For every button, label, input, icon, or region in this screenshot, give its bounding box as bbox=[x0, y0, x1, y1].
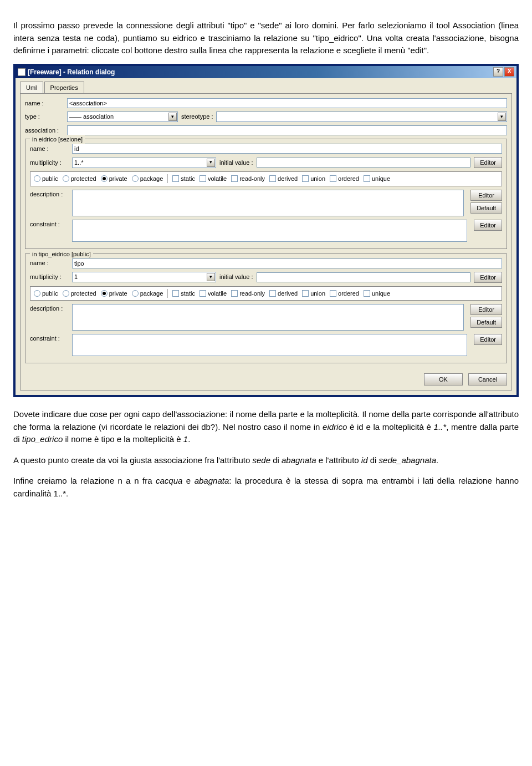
chk-ordered-b[interactable] bbox=[330, 290, 336, 297]
relation-dialog: [Freeware] - Relation dialog ? X Uml Pro… bbox=[13, 64, 519, 398]
ok-button[interactable]: OK bbox=[424, 373, 463, 385]
chevron-down-icon[interactable] bbox=[207, 159, 215, 167]
radio-package-a[interactable] bbox=[132, 175, 139, 182]
label-constraint-b: constraint : bbox=[30, 334, 69, 343]
label-multiplicity-b: multiplicity : bbox=[30, 272, 69, 282]
label-initial-b: initial value : bbox=[219, 272, 253, 282]
doc-paragraph-1: Il prossimo passo prevede la connessione… bbox=[13, 19, 519, 57]
label-description-b: description : bbox=[30, 304, 69, 313]
input-initial-a[interactable] bbox=[257, 158, 471, 168]
combo-type[interactable]: —— association bbox=[67, 111, 178, 122]
radio-package-b[interactable] bbox=[132, 290, 139, 297]
label-type: type : bbox=[25, 112, 64, 121]
doc-paragraph-4: Infine creiamo la relazione n a n fra ca… bbox=[13, 475, 519, 500]
combo-multiplicity-b[interactable]: 1 bbox=[72, 272, 216, 282]
input-initial-b[interactable] bbox=[257, 272, 471, 282]
radio-private-a[interactable] bbox=[101, 175, 108, 182]
label-initial-a: initial value : bbox=[219, 158, 253, 168]
radio-private-b[interactable] bbox=[101, 290, 108, 297]
textarea-constraint-b[interactable] bbox=[72, 334, 467, 356]
label-name-a: name : bbox=[30, 144, 69, 154]
textarea-description-b[interactable] bbox=[72, 304, 464, 331]
editor-button-a2[interactable]: Editor bbox=[470, 190, 502, 201]
chk-volatile-b[interactable] bbox=[200, 290, 206, 297]
chk-unique-b[interactable] bbox=[364, 290, 370, 297]
radio-protected-a[interactable] bbox=[63, 175, 69, 182]
help-button[interactable]: ? bbox=[493, 67, 503, 77]
label-stereotype: stereotype : bbox=[181, 112, 213, 121]
chk-union-a[interactable] bbox=[302, 175, 309, 182]
radio-public-a[interactable] bbox=[34, 175, 40, 182]
chk-ordered-a[interactable] bbox=[330, 175, 336, 182]
chevron-down-icon[interactable] bbox=[207, 273, 215, 281]
group-eidrico: in eidrico [sezione] name : multiplicity… bbox=[25, 139, 507, 249]
dialog-title: [Freeware] - Relation dialog bbox=[28, 67, 115, 77]
textarea-constraint-a[interactable] bbox=[72, 220, 467, 242]
editor-button-b2[interactable]: Editor bbox=[470, 304, 502, 315]
chk-derived-a[interactable] bbox=[269, 175, 276, 182]
app-icon bbox=[18, 68, 25, 76]
cancel-button[interactable]: Cancel bbox=[468, 373, 507, 385]
tab-properties[interactable]: Properties bbox=[44, 82, 84, 94]
group-tipo-eidrico: in tipo_eidrico [public] name : multipli… bbox=[25, 253, 507, 364]
input-name-a[interactable] bbox=[72, 144, 502, 154]
chk-readonly-a[interactable] bbox=[231, 175, 238, 182]
input-association[interactable] bbox=[67, 125, 507, 135]
legend-eidrico: in eidrico [sezione] bbox=[30, 135, 85, 144]
chk-readonly-b[interactable] bbox=[231, 290, 238, 297]
chevron-down-icon[interactable] bbox=[168, 113, 177, 121]
label-name-b: name : bbox=[30, 258, 69, 268]
combo-stereotype[interactable] bbox=[216, 111, 507, 122]
label-constraint-a: constraint : bbox=[30, 220, 69, 229]
combo-mult-a-value: 1..* bbox=[74, 158, 84, 168]
titlebar: [Freeware] - Relation dialog ? X bbox=[16, 66, 516, 78]
input-name[interactable] bbox=[67, 98, 507, 108]
label-association: association : bbox=[25, 126, 64, 135]
doc-paragraph-3: A questo punto create da voi la giusta a… bbox=[13, 454, 519, 467]
textarea-description-a[interactable] bbox=[72, 190, 464, 216]
combo-multiplicity-a[interactable]: 1..* bbox=[72, 158, 216, 168]
chk-unique-a[interactable] bbox=[364, 175, 370, 182]
chevron-down-icon[interactable] bbox=[498, 113, 506, 121]
radio-public-b[interactable] bbox=[34, 290, 40, 297]
editor-button-b3[interactable]: Editor bbox=[474, 334, 502, 345]
chk-derived-b[interactable] bbox=[269, 290, 276, 297]
chk-volatile-a[interactable] bbox=[200, 175, 206, 182]
chk-static-a[interactable] bbox=[172, 175, 179, 182]
label-description-a: description : bbox=[30, 190, 69, 199]
legend-tipo-eidrico: in tipo_eidrico [public] bbox=[30, 250, 93, 259]
radio-protected-b[interactable] bbox=[63, 290, 69, 297]
editor-button-b1[interactable]: Editor bbox=[474, 272, 502, 283]
combo-type-value: —— association bbox=[69, 112, 114, 121]
tab-uml[interactable]: Uml bbox=[20, 82, 43, 94]
chk-static-b[interactable] bbox=[172, 290, 179, 297]
doc-paragraph-2: Dovete indicare due cose per ogni capo d… bbox=[13, 408, 519, 446]
combo-mult-b-value: 1 bbox=[74, 272, 78, 282]
editor-button-a1[interactable]: Editor bbox=[474, 157, 502, 168]
editor-button-a3[interactable]: Editor bbox=[474, 220, 502, 231]
default-button-b[interactable]: Default bbox=[470, 317, 502, 328]
label-name: name : bbox=[25, 99, 64, 108]
label-multiplicity-a: multiplicity : bbox=[30, 158, 69, 168]
default-button-a[interactable]: Default bbox=[470, 202, 502, 214]
close-button[interactable]: X bbox=[504, 67, 514, 77]
chk-union-b[interactable] bbox=[302, 290, 309, 297]
input-name-b[interactable] bbox=[72, 258, 502, 268]
